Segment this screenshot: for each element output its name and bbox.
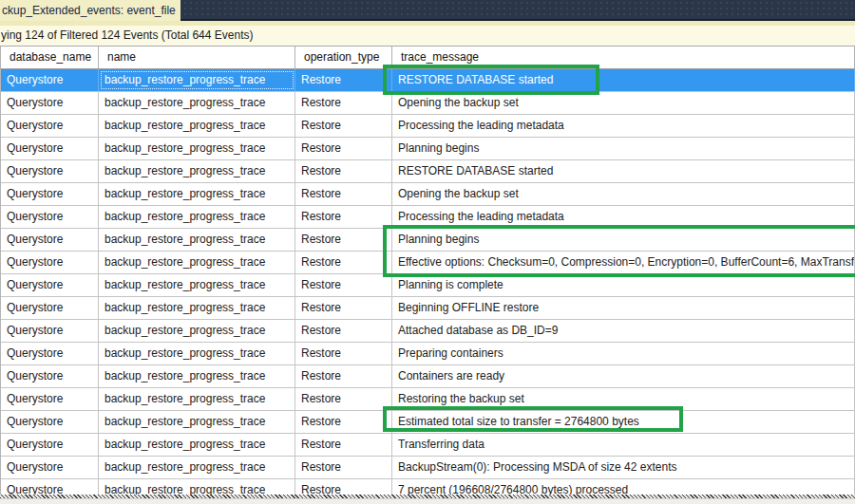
- cell-name[interactable]: backup_restore_progress_trace: [99, 183, 295, 205]
- table-row[interactable]: Querystore backup_restore_progress_trace…: [1, 274, 855, 297]
- cell-operation-type[interactable]: Restore: [295, 252, 392, 273]
- cell-operation-type[interactable]: Restore: [295, 183, 392, 205]
- cell-operation-type[interactable]: Restore: [295, 343, 392, 364]
- column-header-trace-message[interactable]: trace_message: [392, 47, 855, 68]
- cell-database-name[interactable]: Querystore: [1, 434, 99, 456]
- cell-database-name[interactable]: Querystore: [1, 92, 99, 114]
- cell-database-name[interactable]: Querystore: [1, 160, 99, 182]
- table-row[interactable]: Querystore backup_restore_progress_trace…: [1, 115, 855, 138]
- cell-database-name[interactable]: Querystore: [1, 320, 99, 342]
- column-header-operation-type[interactable]: operation_type: [295, 47, 392, 68]
- cell-trace-message[interactable]: RESTORE DATABASE started: [392, 160, 855, 182]
- cell-database-name[interactable]: Querystore: [1, 252, 99, 273]
- cell-name[interactable]: backup_restore_progress_trace: [99, 388, 295, 410]
- table-row[interactable]: Querystore backup_restore_progress_trace…: [1, 434, 855, 457]
- cell-trace-message[interactable]: BackupStream(0): Processing MSDA of size…: [392, 457, 855, 478]
- cell-operation-type[interactable]: Restore: [295, 229, 392, 251]
- table-row[interactable]: Querystore backup_restore_progress_trace…: [1, 365, 855, 388]
- cell-database-name[interactable]: Querystore: [1, 365, 99, 387]
- cell-name[interactable]: backup_restore_progress_trace: [99, 229, 295, 251]
- cell-operation-type[interactable]: Restore: [295, 115, 392, 137]
- table-row[interactable]: Querystore backup_restore_progress_trace…: [1, 411, 855, 434]
- cell-name[interactable]: backup_restore_progress_trace: [99, 160, 295, 182]
- table-row[interactable]: Querystore backup_restore_progress_trace…: [1, 297, 855, 320]
- cell-trace-message[interactable]: Planning is complete: [392, 274, 855, 296]
- table-row[interactable]: Querystore backup_restore_progress_trace…: [1, 138, 855, 160]
- column-header-database-name[interactable]: database_name: [1, 47, 99, 68]
- cell-name[interactable]: backup_restore_progress_trace: [99, 69, 295, 91]
- cell-trace-message[interactable]: Containers are ready: [392, 365, 855, 387]
- cell-name[interactable]: backup_restore_progress_trace: [99, 138, 295, 159]
- cell-database-name[interactable]: Querystore: [1, 138, 99, 159]
- cell-name[interactable]: backup_restore_progress_trace: [99, 479, 295, 495]
- cell-name[interactable]: backup_restore_progress_trace: [99, 274, 295, 296]
- cell-operation-type[interactable]: Restore: [295, 138, 392, 159]
- table-row[interactable]: Querystore backup_restore_progress_trace…: [1, 92, 855, 115]
- cell-operation-type[interactable]: Restore: [295, 206, 392, 228]
- cell-operation-type[interactable]: Restore: [295, 457, 392, 478]
- cell-trace-message[interactable]: RESTORE DATABASE started: [392, 69, 855, 91]
- table-row[interactable]: Querystore backup_restore_progress_trace…: [1, 206, 855, 229]
- table-row[interactable]: Querystore backup_restore_progress_trace…: [1, 388, 855, 411]
- cell-operation-type[interactable]: Restore: [295, 320, 392, 342]
- cell-database-name[interactable]: Querystore: [1, 69, 99, 91]
- cell-trace-message[interactable]: Attached database as DB_ID=9: [392, 320, 855, 342]
- table-row[interactable]: Querystore backup_restore_progress_trace…: [1, 160, 855, 183]
- cell-database-name[interactable]: Querystore: [1, 183, 99, 205]
- cell-trace-message[interactable]: Beginning OFFLINE restore: [392, 297, 855, 319]
- cell-name[interactable]: backup_restore_progress_trace: [99, 115, 295, 137]
- cell-operation-type[interactable]: Restore: [295, 297, 392, 319]
- cell-trace-message[interactable]: Opening the backup set: [392, 183, 855, 205]
- cell-operation-type[interactable]: Restore: [295, 434, 392, 456]
- cell-trace-message[interactable]: 7 percent (196608/2764800 bytes) process…: [392, 479, 855, 495]
- table-row[interactable]: Querystore backup_restore_progress_trace…: [1, 479, 855, 495]
- cell-operation-type[interactable]: Restore: [295, 411, 392, 433]
- cell-name[interactable]: backup_restore_progress_trace: [99, 434, 295, 456]
- cell-trace-message[interactable]: Planning begins: [392, 229, 855, 251]
- cell-database-name[interactable]: Querystore: [1, 229, 99, 251]
- cell-operation-type[interactable]: Restore: [295, 92, 392, 114]
- cell-name[interactable]: backup_restore_progress_trace: [99, 365, 295, 387]
- cell-operation-type[interactable]: Restore: [295, 69, 392, 91]
- cell-operation-type[interactable]: Restore: [295, 388, 392, 410]
- cell-name[interactable]: backup_restore_progress_trace: [99, 252, 295, 273]
- cell-database-name[interactable]: Querystore: [1, 274, 99, 296]
- table-row[interactable]: Querystore backup_restore_progress_trace…: [1, 69, 855, 92]
- cell-name[interactable]: backup_restore_progress_trace: [99, 457, 295, 478]
- cell-name[interactable]: backup_restore_progress_trace: [99, 206, 295, 228]
- cell-operation-type[interactable]: Restore: [295, 160, 392, 182]
- cell-trace-message[interactable]: Preparing containers: [392, 343, 855, 364]
- cell-trace-message[interactable]: Planning begins: [392, 138, 855, 159]
- cell-name[interactable]: backup_restore_progress_trace: [99, 343, 295, 364]
- cell-trace-message[interactable]: Processing the leading metadata: [392, 206, 855, 228]
- table-row[interactable]: Querystore backup_restore_progress_trace…: [1, 320, 855, 343]
- table-row[interactable]: Querystore backup_restore_progress_trace…: [1, 229, 855, 252]
- cell-trace-message[interactable]: Effective options: Checksum=0, Compressi…: [392, 252, 855, 273]
- table-row[interactable]: Querystore backup_restore_progress_trace…: [1, 252, 855, 274]
- cell-trace-message[interactable]: Estimated total size to transfer = 27648…: [392, 411, 855, 433]
- cell-database-name[interactable]: Querystore: [1, 115, 99, 137]
- column-header-name[interactable]: name: [99, 47, 295, 68]
- tab-event-file[interactable]: ckup_Extended_events: event_file ×: [0, 0, 180, 21]
- cell-database-name[interactable]: Querystore: [1, 343, 99, 364]
- cell-database-name[interactable]: Querystore: [1, 297, 99, 319]
- cell-trace-message[interactable]: Transferring data: [392, 434, 855, 456]
- cell-operation-type[interactable]: Restore: [295, 479, 392, 495]
- cell-operation-type[interactable]: Restore: [295, 274, 392, 296]
- cell-trace-message[interactable]: Restoring the backup set: [392, 388, 855, 410]
- table-row[interactable]: Querystore backup_restore_progress_trace…: [1, 457, 855, 479]
- cell-trace-message[interactable]: Processing the leading metadata: [392, 115, 855, 137]
- table-row[interactable]: Querystore backup_restore_progress_trace…: [1, 343, 855, 365]
- cell-name[interactable]: backup_restore_progress_trace: [99, 320, 295, 342]
- cell-name[interactable]: backup_restore_progress_trace: [99, 297, 295, 319]
- cell-database-name[interactable]: Querystore: [1, 388, 99, 410]
- cell-database-name[interactable]: Querystore: [1, 457, 99, 478]
- cell-name[interactable]: backup_restore_progress_trace: [99, 92, 295, 114]
- cell-trace-message[interactable]: Opening the backup set: [392, 92, 855, 114]
- cell-operation-type[interactable]: Restore: [295, 365, 392, 387]
- cell-database-name[interactable]: Querystore: [1, 479, 99, 495]
- cell-database-name[interactable]: Querystore: [1, 206, 99, 228]
- table-row[interactable]: Querystore backup_restore_progress_trace…: [1, 183, 855, 206]
- cell-name[interactable]: backup_restore_progress_trace: [99, 411, 295, 433]
- cell-database-name[interactable]: Querystore: [1, 411, 99, 433]
